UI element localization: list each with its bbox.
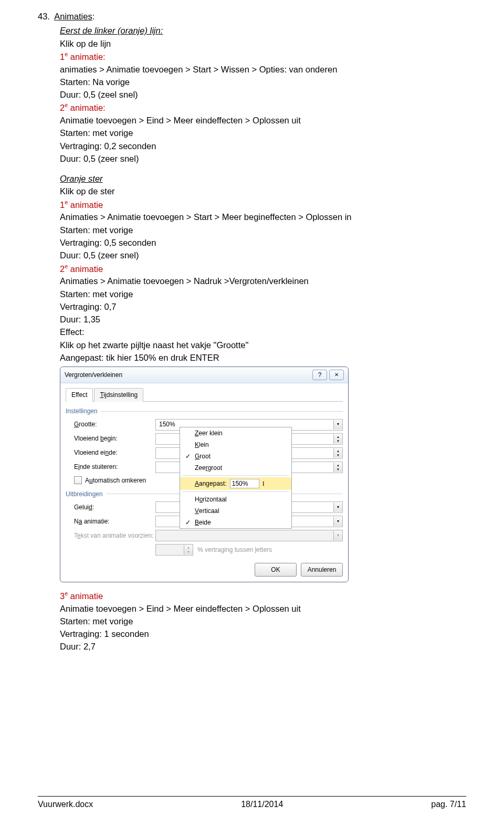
ok-button[interactable]: OK [255, 563, 297, 577]
input-pct-delay: ▲▼ [155, 544, 193, 556]
label-smooth-begin: Vloeiend begin: [74, 434, 155, 443]
dd-item-very-large[interactable]: Zeer groot [180, 462, 291, 474]
block1-line1: Klik op de lijn [60, 38, 466, 49]
page-footer: Vuurwerk.docx 18/11/2014 pag. 7/11 [38, 796, 466, 810]
chevron-down-icon: ▾ [337, 422, 339, 427]
b2a1-dur: Duur: 0,5 (zeer snel) [60, 249, 466, 261]
block3-anim-label: 3e animatie [60, 590, 466, 602]
label-size: Grootte: [74, 420, 155, 428]
section-number: 43. [38, 12, 50, 21]
b3-dur: Duur: 2,7 [60, 641, 466, 652]
label-sound: Geluid: [74, 503, 155, 511]
b2a2-dur: Duur: 1,35 [60, 313, 466, 325]
dropdown-button: ▾ [333, 531, 342, 540]
tab-timing[interactable]: Tijdsinstelling [94, 388, 143, 402]
dialog-buttons: OK Annuleren [66, 563, 343, 577]
dd-item-custom[interactable]: Aangepast: I [180, 477, 291, 490]
b1a2-path: Animatie toevoegen > Eind > Meer eindeff… [60, 114, 466, 126]
b1a1-dur: Duur: 0,5 (zeel snel) [60, 89, 466, 100]
label-pct-between-letters: % vertraging tussen letters [197, 546, 272, 554]
chevron-down-icon: ▾ [337, 519, 339, 525]
dd-item-large[interactable]: ✓Groot [180, 451, 291, 462]
b3-delay: Vertraging: 1 seconden [60, 628, 466, 640]
document-page: 43. Animaties: Eerst de linker (oranje) … [0, 0, 504, 827]
dialog-title: Vergroten/verkleinen [65, 371, 310, 379]
footer-filename: Vuurwerk.docx [38, 799, 93, 810]
text-cursor-icon: I [262, 479, 265, 488]
checkbox-auto-reverse[interactable] [74, 476, 82, 484]
dd-custom-input[interactable] [230, 479, 259, 488]
grow-shrink-dialog: Vergroten/verkleinen ? ✕ Effect Tijdsins… [60, 367, 349, 582]
dropdown-separator [182, 475, 289, 476]
footer-page: pag. 7/11 [431, 799, 466, 810]
dropdown-button[interactable]: ▾ [333, 517, 342, 526]
label-animate-text: Tekst van animatie voorzien: [74, 531, 155, 540]
b2a1-delay: Vertraging: 0,5 seconden [60, 237, 466, 248]
help-icon: ? [318, 371, 322, 379]
section-title: Animaties [54, 12, 92, 21]
chevron-down-icon: ▾ [337, 505, 339, 510]
help-button[interactable]: ? [312, 370, 327, 380]
label-auto-reverse: Automatisch omkeren [85, 476, 146, 485]
dialog-tabs: Effect Tijdsinstelling [66, 388, 343, 402]
spinner[interactable]: ▲▼ [333, 463, 342, 472]
b1a1-start: Starten: Na vorige [60, 76, 466, 88]
block1-heading: Eerst de linker (oranje) lijn: [60, 26, 163, 35]
block-1: Eerst de linker (oranje) lijn: Klik op d… [60, 25, 466, 652]
b2a1-path: Animaties > Animatie toevoegen > Start >… [60, 211, 466, 223]
block2-heading: Oranje ster [60, 174, 103, 183]
b1a2-delay: Vertraging: 0,2 seconden [60, 140, 466, 152]
cancel-button[interactable]: Annuleren [301, 563, 343, 577]
b2a2-note2: Aangepast: tik hier 150% en druk ENTER [60, 352, 466, 363]
b2a2-note1: Klik op het zwarte pijltje naast het vak… [60, 339, 466, 351]
dd-item-both[interactable]: ✓Beide [180, 517, 291, 528]
dd-item-very-small[interactable]: Zeer klein [180, 427, 291, 439]
close-button[interactable]: ✕ [329, 370, 344, 380]
b1a1-path: animaties > Animatie toevoegen > Start >… [60, 64, 466, 75]
block2-anim1-label: 1e animatie [60, 198, 466, 211]
input-animate-text: ▾ [155, 530, 343, 541]
block2-anim2-label: 2e animatie [60, 263, 466, 275]
spinner[interactable]: ▲▼ [333, 434, 342, 444]
spinner: ▲▼ [184, 545, 193, 554]
size-dropdown-button[interactable]: ▾ [333, 420, 342, 430]
dd-item-horizontal[interactable]: Horizontaal [180, 494, 291, 505]
label-end-bounce: Einde stuiteren: [74, 463, 155, 471]
b2a1-start: Starten: met vorige [60, 224, 466, 236]
group-settings: Instellingen [66, 407, 343, 415]
b2a2-effect: Effect: [60, 326, 466, 338]
chevron-down-icon: ▾ [337, 533, 339, 539]
section-heading: 43. Animaties: [38, 11, 466, 22]
label-smooth-end: Vloeiend einde: [74, 448, 155, 457]
dd-item-vertical[interactable]: Verticaal [180, 505, 291, 517]
check-icon: ✓ [184, 518, 192, 527]
dd-custom-label: Aangepast: [195, 479, 227, 488]
size-dropdown-menu: Zeer klein Klein ✓Groot Zeer groot Aange… [180, 427, 292, 529]
dropdown-separator [182, 491, 289, 492]
spinner[interactable]: ▲▼ [333, 448, 342, 458]
dropdown-button[interactable]: ▾ [333, 503, 342, 512]
block1-anim1-label: 1e animatie: [60, 50, 466, 62]
label-after-animation: Na animatie: [74, 517, 155, 526]
b3-path: Animatie toevoegen > Eind > Meer eindeff… [60, 603, 466, 614]
footer-date: 18/11/2014 [241, 799, 283, 810]
b3-start: Starten: met vorige [60, 615, 466, 627]
block2-line1: Klik op de ster [60, 185, 466, 197]
check-icon: ✓ [184, 452, 192, 460]
b2a2-path: Animaties > Animatie toevoegen > Nadruk … [60, 275, 466, 287]
tab-effect[interactable]: Effect [66, 388, 93, 402]
block1-anim2-label: 2e animatie: [60, 101, 466, 113]
dialog-title-bar: Vergroten/verkleinen ? ✕ [60, 367, 348, 383]
b2a2-delay: Vertraging: 0,7 [60, 301, 466, 312]
b1a2-dur: Duur: 0,5 (zeer snel) [60, 153, 466, 164]
b1a2-start: Starten: met vorige [60, 127, 466, 139]
b2a2-start: Starten: met vorige [60, 288, 466, 300]
dd-item-small[interactable]: Klein [180, 439, 291, 451]
close-icon: ✕ [334, 371, 339, 379]
